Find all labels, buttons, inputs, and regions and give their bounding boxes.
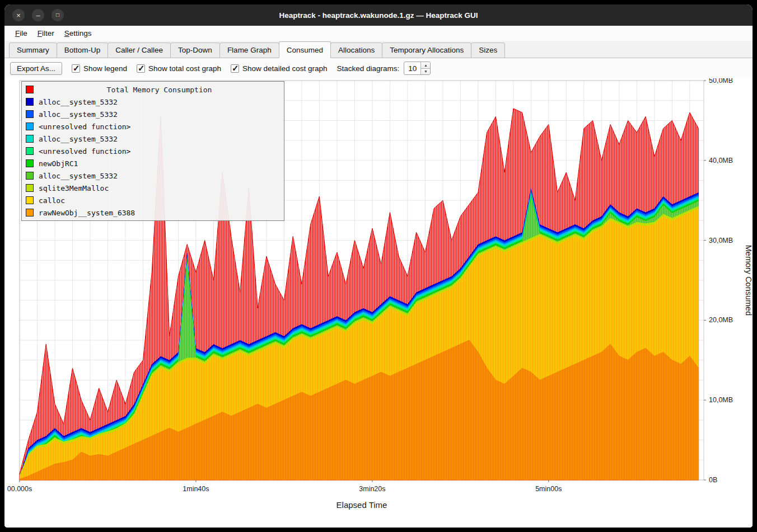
- show-total-cost-graph-checkbox[interactable]: Show total cost graph: [137, 64, 221, 73]
- legend-label: alloc__system_5332: [39, 98, 118, 106]
- legend-swatch: [26, 110, 34, 118]
- checkbox-label: Show total cost graph: [148, 64, 221, 73]
- legend-label: calloc: [39, 196, 65, 205]
- legend-label: sqlite3MemMalloc: [39, 184, 109, 192]
- svg-text:20,0MB: 20,0MB: [709, 316, 733, 324]
- window-title: Heaptrack - heaptrack.wakunode.1.gz — He…: [4, 11, 753, 20]
- legend-item: rawNewObj__system_6388: [22, 206, 284, 219]
- legend-label: alloc__system_5332: [39, 172, 118, 180]
- tab-top-down[interactable]: Top-Down: [170, 43, 220, 58]
- menu-file[interactable]: File: [10, 27, 32, 39]
- legend-item: <unresolved function>: [22, 120, 284, 133]
- legend-label: alloc__system_5332: [39, 135, 118, 143]
- svg-text:Elapsed Time: Elapsed Time: [337, 500, 387, 510]
- legend-label: <unresolved function>: [39, 147, 130, 156]
- checkbox-check-icon: [137, 64, 145, 73]
- legend-swatch: [26, 135, 34, 143]
- menu-settings[interactable]: Settings: [59, 27, 97, 39]
- spinner-buttons: ▲ ▼: [420, 62, 430, 74]
- legend-swatch: [26, 86, 34, 93]
- title-bar: × – □ Heaptrack - heaptrack.wakunode.1.g…: [4, 4, 753, 26]
- spin-up-icon[interactable]: ▲: [421, 62, 430, 68]
- window-controls: × – □: [4, 9, 64, 21]
- spin-down-icon[interactable]: ▼: [421, 68, 430, 75]
- legend-item: alloc__system_5332: [22, 133, 284, 145]
- svg-text:1min40s: 1min40s: [183, 485, 209, 493]
- legend-swatch: [26, 184, 34, 192]
- legend-item: calloc: [22, 194, 284, 206]
- svg-text:10,0MB: 10,0MB: [709, 396, 733, 404]
- stacked-diagrams-value: 10: [404, 62, 420, 74]
- tab-consumed[interactable]: Consumed: [279, 41, 331, 58]
- legend-label: <unresolved function>: [39, 123, 130, 131]
- legend-swatch: [26, 159, 34, 167]
- svg-text:50,0MB: 50,0MB: [709, 78, 733, 84]
- legend-label: rawNewObj__system_6388: [39, 209, 135, 217]
- export-as-button[interactable]: Export As...: [10, 62, 62, 75]
- tab-caller-callee[interactable]: Caller / Callee: [108, 43, 171, 58]
- svg-text:0B: 0B: [709, 476, 717, 484]
- tab-temporary-allocations[interactable]: Temporary Allocations: [382, 43, 471, 58]
- stacked-diagrams-spinbox[interactable]: 10 ▲ ▼: [404, 62, 431, 75]
- checkbox-check-icon: [231, 64, 239, 73]
- tab-summary[interactable]: Summary: [9, 43, 57, 58]
- legend-item: alloc__system_5332: [22, 108, 284, 120]
- legend-label: Total Memory Consumption: [39, 86, 280, 94]
- checkbox-check-icon: [72, 64, 80, 73]
- tab-sizes[interactable]: Sizes: [471, 43, 505, 58]
- stacked-diagrams-group: Stacked diagrams: 10 ▲ ▼: [337, 62, 431, 75]
- menu-filter[interactable]: Filter: [32, 27, 59, 39]
- minimize-icon[interactable]: –: [32, 9, 44, 21]
- tab-bar: Summary Bottom-Up Caller / Callee Top-Do…: [4, 41, 753, 58]
- consumed-chart-area[interactable]: 0B10,0MB20,0MB30,0MB40,0MB50,0MB00.000s1…: [4, 78, 753, 528]
- close-icon[interactable]: ×: [12, 9, 25, 21]
- legend-title-row: Total Memory Consumption: [22, 83, 284, 96]
- menu-bar: File Filter Settings: [4, 26, 753, 41]
- legend-item: newObjRC1: [22, 157, 284, 170]
- tab-allocations[interactable]: Allocations: [330, 43, 382, 58]
- legend-swatch: [26, 147, 34, 155]
- legend-item: <unresolved function>: [22, 145, 284, 157]
- legend-item: sqlite3MemMalloc: [22, 182, 284, 194]
- svg-text:40,0MB: 40,0MB: [709, 157, 733, 164]
- svg-text:3min20s: 3min20s: [359, 485, 385, 493]
- stacked-diagrams-label: Stacked diagrams:: [337, 64, 400, 73]
- svg-text:Memory Consumed: Memory Consumed: [744, 245, 753, 316]
- maximize-icon[interactable]: □: [52, 9, 64, 21]
- toolbar: Export As... Show legend Show total cost…: [4, 58, 753, 78]
- checkbox-label: Show legend: [83, 64, 127, 73]
- chart-legend: Total Memory Consumptionalloc__system_53…: [21, 81, 284, 221]
- checkbox-label: Show detailed cost graph: [242, 64, 328, 73]
- svg-text:00.000s: 00.000s: [7, 485, 32, 493]
- heaptrack-window: × – □ Heaptrack - heaptrack.wakunode.1.g…: [4, 4, 753, 528]
- legend-swatch: [26, 98, 34, 106]
- svg-text:30,0MB: 30,0MB: [709, 237, 733, 244]
- legend-swatch: [26, 123, 34, 130]
- show-detailed-cost-graph-checkbox[interactable]: Show detailed cost graph: [231, 64, 328, 73]
- tab-bottom-up[interactable]: Bottom-Up: [57, 43, 109, 58]
- legend-swatch: [26, 172, 34, 180]
- svg-text:5min00s: 5min00s: [535, 485, 562, 493]
- legend-swatch: [26, 196, 34, 204]
- legend-item: alloc__system_5332: [22, 96, 284, 108]
- legend-swatch: [26, 209, 34, 216]
- tab-flame-graph[interactable]: Flame Graph: [219, 43, 279, 58]
- show-legend-checkbox[interactable]: Show legend: [72, 64, 127, 73]
- legend-label: alloc__system_5332: [39, 110, 118, 119]
- legend-label: newObjRC1: [39, 159, 78, 168]
- legend-item: alloc__system_5332: [22, 170, 284, 182]
